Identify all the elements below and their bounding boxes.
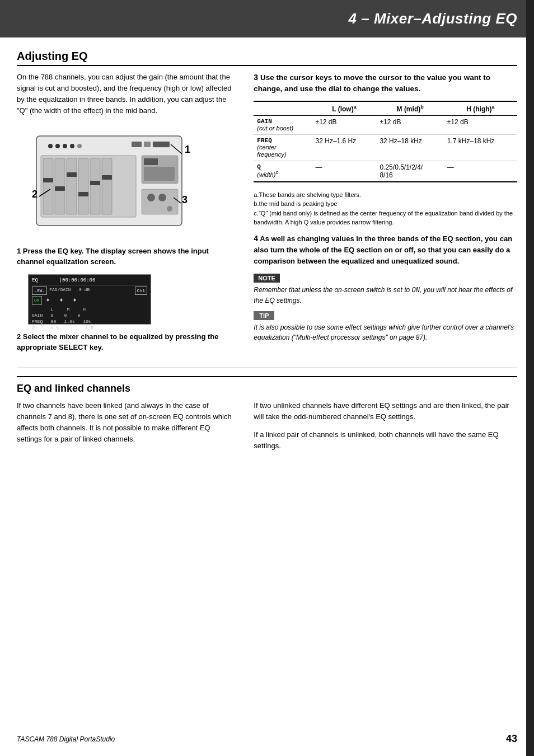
svg-point-4 [70,144,74,148]
section2-title: EQ and linked channels [17,383,517,395]
right-sidebar-bar [526,0,534,756]
table-cell-freq-low: 32 Hz–1.6 Hz [312,134,377,161]
note-label: NOTE [254,274,280,283]
svg-point-1 [48,144,53,148]
table-cell-gain-label: GAIN (cut or boost) [254,115,312,134]
svg-rect-12 [67,158,77,214]
footnote-c: c."Q" (mid band only) is defined as the … [254,209,517,227]
svg-rect-20 [90,181,100,185]
eq-screen-display: EQ |00:00:00:00 -SW- PAD/GAIN 0 dB Ch1 O… [28,274,151,325]
device-image: 1 2 3 [17,125,196,237]
svg-rect-15 [102,158,112,214]
tip-box: TIP It is also possible to use some effe… [254,311,517,342]
two-column-layout: On the 788 channels, you can adjust the … [17,72,517,360]
table-footnotes: a.These bands are shelving type filters.… [254,190,517,227]
step1-text: Press the EQ key. The display screen sho… [17,247,209,266]
section2-right: If two unlinked channels have different … [254,400,517,459]
section2-columns: If two channels have been linked (and al… [17,400,517,459]
svg-text:1: 1 [185,144,190,155]
step3-text: Use the cursor keys to move the cursor t… [254,73,490,93]
svg-point-3 [63,144,67,148]
table-header-mid: M (mid)b [376,101,443,116]
table-cell-q-label: Q (width)c [254,161,312,182]
table-cell-q-low: — [312,161,377,182]
svg-rect-8 [153,142,170,147]
note-text: Remember that unless the on-screen switc… [254,285,517,306]
header-title: 4 – Mixer–Adjusting EQ [349,10,517,27]
step2-number: 2 [17,332,21,341]
tip-label: TIP [254,311,274,320]
svg-rect-10 [43,158,53,214]
footer-page-number: 43 [506,733,517,745]
svg-point-28 [167,206,172,212]
section2-right-text-2: If a linked pair of channels is unlinked… [254,429,517,452]
svg-rect-17 [55,186,65,191]
table-row-freq: FREQ (center frequency) 32 Hz–1.6 Hz 32 … [254,134,517,161]
svg-rect-7 [144,142,151,147]
svg-rect-25 [142,189,178,214]
footnote-b: b.the mid band is peaking type [254,199,517,209]
right-column: 3 Use the cursor keys to move the cursor… [254,72,517,360]
tip-text: It is also possible to use some effect s… [254,322,517,342]
svg-rect-19 [78,192,88,196]
table-cell-q-mid: 0.25/0.5/1/2/4/8/16 [376,161,443,182]
page-header: 4 – Mixer–Adjusting EQ [0,0,534,37]
table-cell-gain-high: ±12 dB [444,115,517,134]
page-footer: TASCAM 788 Digital PortaStudio 43 [0,733,534,745]
svg-rect-24 [144,167,175,181]
svg-rect-14 [90,158,100,214]
svg-text:2: 2 [32,189,38,200]
svg-rect-16 [43,178,53,182]
section2: EQ and linked channels If two channels h… [17,376,517,459]
svg-point-26 [147,194,155,201]
svg-rect-23 [144,158,158,165]
svg-rect-13 [78,158,88,214]
svg-rect-18 [67,172,77,177]
table-cell-freq-mid: 32 Hz–18 kHz [376,134,443,161]
step4-number: 4 [254,234,258,243]
table-cell-gain-low: ±12 dB [312,115,377,134]
table-row-gain: GAIN (cut or boost) ±12 dB ±12 dB ±12 dB [254,115,517,134]
section-divider [17,368,517,368]
table-row-q: Q (width)c — 0.25/0.5/1/2/4/8/16 — [254,161,517,182]
step1: 1 Press the EQ key. The display screen s… [17,246,237,267]
section2-right-text-1: If two unlinked channels have different … [254,400,517,422]
svg-point-2 [55,144,60,148]
step3-header: 3 Use the cursor keys to move the cursor… [254,72,517,95]
svg-rect-21 [102,175,112,180]
step2: 2 Select the mixer channel to be equaliz… [17,331,237,353]
section2-left-text: If two channels have been linked (and al… [17,400,237,445]
svg-rect-6 [132,142,142,147]
table-header-param [254,101,312,116]
eq-screen-content: EQ |00:00:00:00 -SW- PAD/GAIN 0 dB Ch1 O… [29,275,151,334]
table-header-high: H (high)a [444,101,517,116]
eq-settings-table: L (low)a M (mid)b H (high)a GAIN (cut or… [254,101,517,182]
step2-text: Select the mixer channel to be equalized… [17,332,219,352]
main-content: Adjusting EQ On the 788 channels, you ca… [0,50,534,475]
footer-brand: TASCAM 788 Digital PortaStudio [17,735,115,743]
intro-text: On the 788 channels, you can adjust the … [17,72,237,117]
note-box: NOTE Remember that unless the on-screen … [254,274,517,306]
footnote-a: a.These bands are shelving type filters. [254,190,517,200]
step1-number: 1 [17,247,21,255]
section1-title: Adjusting EQ [17,50,517,66]
table-cell-gain-mid: ±12 dB [376,115,443,134]
table-cell-freq-label: FREQ (center frequency) [254,134,312,161]
table-header-low: L (low)a [312,101,377,116]
step4-text: As well as changing values in the three … [254,234,512,266]
svg-point-27 [158,194,166,201]
svg-point-5 [77,144,82,148]
step3-number: 3 [254,73,258,82]
svg-text:3: 3 [182,194,188,205]
table-cell-freq-high: 1.7 kHz–18 kHz [444,134,517,161]
table-cell-q-high: — [444,161,517,182]
step4: 4 As well as changing values in the thre… [254,233,517,267]
section2-left: If two channels have been linked (and al… [17,400,237,459]
left-column: On the 788 channels, you can adjust the … [17,72,237,360]
